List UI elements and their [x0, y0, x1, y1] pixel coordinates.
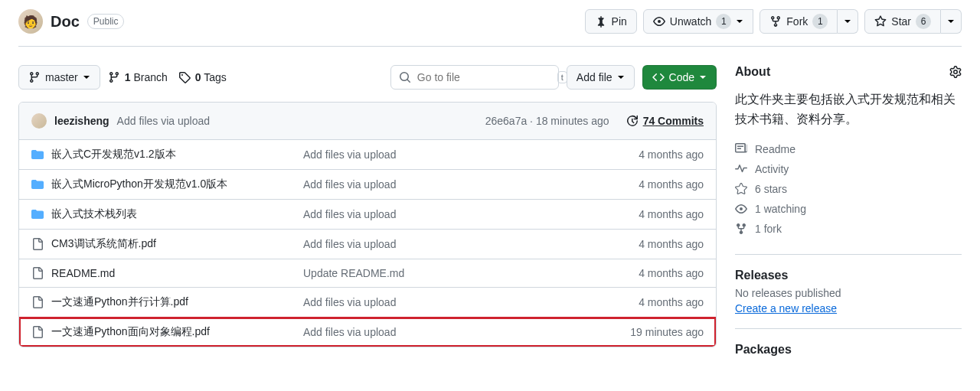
history-icon [626, 115, 639, 127]
releases-empty: No releases published [735, 287, 962, 299]
file-commit-message[interactable]: Add files via upload [303, 326, 596, 338]
file-time: 4 months ago [596, 267, 704, 279]
add-file-label: Add file [577, 71, 612, 83]
code-label: Code [669, 71, 694, 83]
star-icon [735, 183, 747, 195]
chevron-down-icon [699, 71, 707, 83]
sidebar-link-fork[interactable]: 1 fork [735, 223, 962, 235]
commit-meta[interactable]: 26e6a7a · 18 minutes ago [485, 115, 609, 127]
fork-icon [769, 15, 782, 28]
file-row[interactable]: 嵌入式MicroPython开发规范v1.0版本Add files via up… [19, 170, 716, 200]
commits-link[interactable]: 74 Commits [626, 115, 704, 127]
create-release-link[interactable]: Create a new release [735, 302, 837, 314]
eye-icon [653, 15, 665, 28]
star-label: Star [891, 15, 911, 28]
file-time: 4 months ago [596, 238, 704, 250]
file-name[interactable]: README.md [51, 267, 115, 279]
sidebar-link-eye[interactable]: 1 watching [735, 203, 962, 215]
repo-name[interactable]: Doc [51, 13, 80, 31]
file-time: 4 months ago [596, 296, 704, 308]
folder-icon [31, 178, 44, 191]
file-icon [31, 238, 44, 250]
unwatch-count: 1 [716, 14, 731, 29]
file-name[interactable]: 嵌入式MicroPython开发规范v1.0版本 [51, 178, 227, 191]
file-row[interactable]: 一文速通Python并行计算.pdfAdd files via upload4 … [19, 288, 716, 318]
file-name[interactable]: 一文速通Python面向对象编程.pdf [51, 325, 210, 339]
file-icon [31, 326, 44, 338]
readme-icon [735, 143, 747, 155]
fork-dropdown[interactable] [838, 9, 858, 34]
sidebar-link-readme[interactable]: Readme [735, 143, 962, 155]
chevron-down-icon [736, 15, 743, 28]
fork-icon [735, 223, 747, 235]
file-row[interactable]: 一文速通Python面向对象编程.pdfAdd files via upload… [19, 318, 716, 347]
file-row[interactable]: README.mdUpdate README.md4 months ago [19, 259, 716, 288]
about-description: 此文件夹主要包括嵌入式开发规范和相关技术书籍、资料分享。 [735, 90, 962, 129]
branch-icon [28, 71, 41, 83]
search-icon [399, 71, 411, 83]
file-commit-message[interactable]: Add files via upload [303, 296, 596, 308]
folder-icon [31, 208, 44, 220]
sidebar-link-activity[interactable]: Activity [735, 163, 962, 175]
file-time: 4 months ago [596, 178, 704, 191]
tags-link[interactable]: 0 Tags [178, 71, 227, 83]
file-list: leezisheng Add files via upload 26e6a7a … [18, 102, 717, 347]
branch-select[interactable]: master [18, 65, 100, 90]
packages-heading: Packages [735, 343, 962, 357]
file-row[interactable]: 嵌入式C开发规范v1.2版本Add files via upload4 mont… [19, 140, 716, 170]
file-commit-message[interactable]: Add files via upload [303, 148, 596, 161]
file-row[interactable]: 嵌入式技术栈列表Add files via upload4 months ago [19, 200, 716, 230]
branches-link[interactable]: 1 Branch [108, 71, 168, 83]
pin-label: Pin [612, 15, 627, 28]
star-dropdown[interactable] [941, 9, 962, 34]
fork-button[interactable]: Fork 1 [760, 9, 838, 34]
star-button[interactable]: Star 6 [864, 9, 941, 34]
repo-header: Doc Public Pin Unwatch 1 Fork 1 [18, 9, 962, 47]
file-icon [31, 267, 44, 279]
star-icon [874, 15, 887, 28]
file-icon [31, 296, 44, 308]
chevron-down-icon [844, 15, 851, 28]
tag-icon [178, 71, 191, 83]
sidebar-link-star[interactable]: 6 stars [735, 183, 962, 195]
visibility-badge: Public [87, 14, 125, 29]
file-commit-message[interactable]: Add files via upload [303, 208, 596, 220]
file-time: 19 minutes ago [596, 326, 704, 338]
about-heading: About [735, 65, 770, 79]
commit-avatar[interactable] [31, 113, 47, 129]
file-row[interactable]: CM3调试系统简析.pdfAdd files via upload4 month… [19, 230, 716, 259]
pin-icon [595, 15, 607, 28]
owner-avatar[interactable] [18, 9, 43, 34]
commit-author[interactable]: leezisheng [54, 115, 109, 127]
code-toolbar: master 1 Branch 0 Tags [18, 65, 717, 90]
file-name[interactable]: 一文速通Python并行计算.pdf [51, 295, 188, 309]
chevron-down-icon [83, 71, 90, 83]
file-name[interactable]: 嵌入式技术栈列表 [51, 207, 137, 221]
add-file-button[interactable]: Add file [567, 65, 635, 90]
unwatch-button[interactable]: Unwatch 1 [643, 9, 753, 34]
releases-heading: Releases [735, 269, 962, 282]
file-commit-message[interactable]: Add files via upload [303, 178, 596, 191]
sidebar: About 此文件夹主要包括嵌入式开发规范和相关技术书籍、资料分享。 Readm… [735, 65, 962, 370]
code-button[interactable]: Code [642, 65, 717, 90]
star-count: 6 [916, 14, 931, 29]
fork-count: 1 [812, 14, 828, 29]
file-search-input[interactable] [417, 71, 551, 83]
folder-icon [31, 148, 44, 161]
chevron-down-icon [947, 15, 955, 28]
branch-name: master [45, 71, 78, 83]
eye-icon [735, 203, 747, 215]
file-name[interactable]: CM3调试系统简析.pdf [51, 237, 156, 251]
commit-message[interactable]: Add files via upload [117, 115, 210, 127]
code-icon [652, 71, 665, 83]
file-commit-message[interactable]: Add files via upload [303, 238, 596, 250]
file-name[interactable]: 嵌入式C开发规范v1.2版本 [51, 148, 176, 161]
activity-icon [735, 163, 747, 175]
pin-button[interactable]: Pin [585, 9, 637, 34]
file-time: 4 months ago [596, 148, 704, 161]
file-commit-message[interactable]: Update README.md [303, 267, 596, 279]
latest-commit-bar: leezisheng Add files via upload 26e6a7a … [19, 103, 716, 140]
branch-icon [108, 71, 120, 83]
file-search[interactable]: t [390, 65, 559, 90]
gear-icon[interactable] [949, 66, 962, 78]
